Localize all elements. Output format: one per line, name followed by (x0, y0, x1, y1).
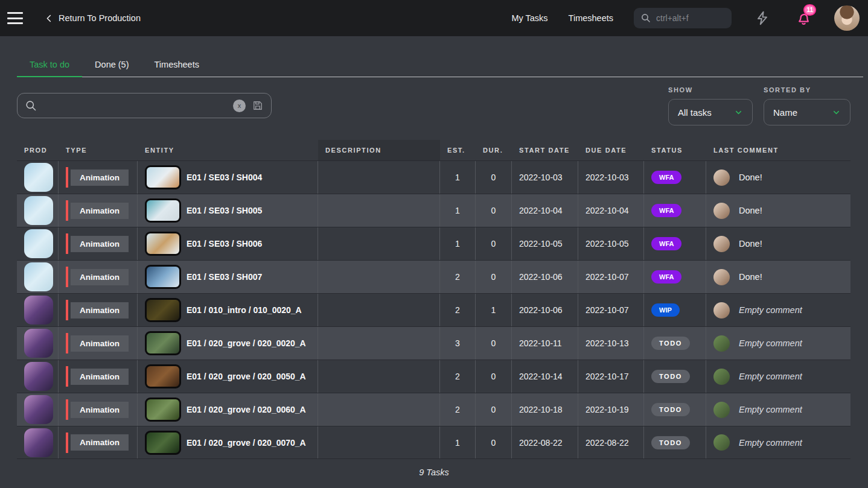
task-filter-search[interactable]: x (17, 93, 272, 118)
tab-timesheets[interactable]: Timesheets (142, 54, 212, 77)
status-badge[interactable]: TODO (651, 337, 690, 350)
commenter-avatar[interactable] (713, 369, 730, 385)
task-table-body: Animation E01 / SE03 / SH004 1 0 2022-10… (17, 160, 850, 459)
column-header-est: EST. (440, 140, 476, 160)
nav-timesheets[interactable]: Timesheets (569, 13, 613, 23)
entity-cell[interactable]: E01 / SE03 / SH005 (138, 194, 318, 227)
column-header-start-date: START DATE (512, 140, 578, 160)
production-avatar[interactable] (24, 262, 53, 291)
notification-count-badge[interactable]: 11 (803, 4, 816, 16)
table-row[interactable]: Animation E01 / 010_intro / 010_0020_A 2… (17, 293, 850, 326)
table-row[interactable]: Animation E01 / SE03 / SH004 1 0 2022-10… (17, 160, 850, 194)
shot-thumbnail[interactable] (145, 198, 181, 223)
entity-name[interactable]: E01 / SE03 / SH004 (187, 173, 262, 182)
shot-thumbnail[interactable] (145, 431, 181, 455)
status-badge[interactable]: TODO (651, 370, 690, 383)
show-select[interactable]: All tasks (668, 99, 753, 125)
global-search[interactable] (634, 8, 732, 28)
save-filter-icon[interactable] (252, 100, 264, 112)
quick-actions-button[interactable] (752, 8, 773, 28)
production-avatar[interactable] (24, 395, 53, 424)
table-row[interactable]: Animation E01 / 020_grove / 020_0070_A 1… (17, 426, 850, 459)
entity-name[interactable]: E01 / 020_grove / 020_0060_A (187, 405, 306, 414)
last-comment-cell[interactable]: Done! (706, 161, 850, 194)
tab-done[interactable]: Done (5) (82, 54, 141, 77)
shot-thumbnail[interactable] (145, 232, 181, 256)
tab-task-to-do[interactable]: Task to do (17, 54, 82, 77)
global-search-input[interactable] (656, 13, 725, 23)
production-avatar[interactable] (24, 196, 53, 225)
last-comment-text: Empty comment (739, 438, 802, 448)
commenter-avatar[interactable] (713, 434, 730, 451)
last-comment-cell[interactable]: Done! (706, 194, 850, 227)
status-badge[interactable]: WFA (651, 270, 681, 284)
nav-my-tasks[interactable]: My Tasks (511, 13, 547, 23)
entity-cell[interactable]: E01 / 010_intro / 010_0020_A (138, 294, 318, 326)
table-row[interactable]: Animation E01 / SE03 / SH006 1 0 2022-10… (17, 227, 850, 260)
entity-cell[interactable]: E01 / 020_grove / 020_0070_A (138, 426, 318, 458)
production-avatar[interactable] (24, 229, 53, 258)
user-avatar[interactable] (834, 5, 860, 31)
status-badge[interactable]: TODO (651, 436, 690, 449)
entity-name[interactable]: E01 / SE03 / SH007 (187, 272, 262, 282)
clear-filter-button[interactable]: x (233, 100, 246, 112)
entity-cell[interactable]: E01 / SE03 / SH007 (138, 261, 318, 293)
table-row[interactable]: Animation E01 / SE03 / SH005 1 0 2022-10… (17, 194, 850, 227)
entity-name[interactable]: E01 / 020_grove / 020_0070_A (187, 438, 306, 448)
table-row[interactable]: Animation E01 / 020_grove / 020_0050_A 2… (17, 360, 850, 393)
last-comment-cell[interactable]: Done! (706, 227, 850, 260)
shot-thumbnail[interactable] (145, 331, 181, 355)
shot-thumbnail[interactable] (145, 398, 181, 422)
shot-thumbnail[interactable] (145, 364, 181, 388)
last-comment-cell[interactable]: Empty comment (706, 426, 850, 458)
entity-name[interactable]: E01 / 020_grove / 020_0050_A (187, 372, 306, 381)
commenter-avatar[interactable] (713, 402, 730, 418)
shot-thumbnail[interactable] (145, 265, 181, 289)
entity-cell[interactable]: E01 / SE03 / SH006 (138, 227, 318, 260)
column-header-dur: DUR. (476, 140, 512, 160)
notifications-button[interactable]: 11 (793, 8, 814, 28)
menu-icon[interactable] (7, 12, 23, 24)
entity-name[interactable]: E01 / SE03 / SH005 (187, 206, 262, 215)
shot-thumbnail[interactable] (145, 165, 181, 189)
last-comment-cell[interactable]: Done! (706, 261, 850, 293)
commenter-avatar[interactable] (713, 302, 730, 318)
commenter-avatar[interactable] (713, 170, 730, 186)
status-badge[interactable]: WFA (651, 237, 681, 250)
entity-name[interactable]: E01 / 010_intro / 010_0020_A (187, 305, 302, 315)
entity-cell[interactable]: E01 / 020_grove / 020_0050_A (138, 360, 318, 393)
last-comment-cell[interactable]: Empty comment (706, 294, 850, 326)
sorted-by-select[interactable]: Name (764, 99, 850, 125)
entity-cell[interactable]: E01 / SE03 / SH004 (138, 161, 318, 194)
entity-cell[interactable]: E01 / 020_grove / 020_0060_A (138, 393, 318, 426)
task-filter-input[interactable] (43, 101, 227, 110)
status-badge[interactable]: WFA (651, 204, 681, 217)
table-row[interactable]: Animation E01 / 020_grove / 020_0020_A 3… (17, 326, 850, 360)
entity-name[interactable]: E01 / 020_grove / 020_0020_A (187, 338, 306, 348)
commenter-avatar[interactable] (713, 203, 730, 219)
status-badge[interactable]: WIP (651, 303, 680, 317)
last-comment-cell[interactable]: Empty comment (706, 360, 850, 393)
shot-thumbnail[interactable] (145, 298, 181, 322)
production-avatar[interactable] (24, 428, 53, 457)
production-avatar[interactable] (24, 296, 53, 325)
table-row[interactable]: Animation E01 / 020_grove / 020_0060_A 2… (17, 393, 850, 426)
entity-name[interactable]: E01 / SE03 / SH006 (187, 239, 262, 249)
last-comment-cell[interactable]: Empty comment (706, 393, 850, 426)
type-cell: Animation (59, 227, 138, 260)
commenter-avatar[interactable] (713, 335, 730, 352)
status-badge[interactable]: WFA (651, 171, 681, 184)
production-avatar[interactable] (24, 329, 53, 358)
commenter-avatar[interactable] (713, 269, 730, 285)
status-cell: WFA (644, 261, 706, 293)
production-avatar[interactable] (24, 163, 53, 192)
last-comment-text: Done! (739, 239, 762, 249)
production-avatar[interactable] (24, 362, 53, 391)
entity-cell[interactable]: E01 / 020_grove / 020_0020_A (138, 327, 318, 360)
commenter-avatar[interactable] (713, 236, 730, 252)
status-badge[interactable]: TODO (651, 403, 690, 416)
last-comment-cell[interactable]: Empty comment (706, 327, 850, 360)
table-row[interactable]: Animation E01 / SE03 / SH007 2 0 2022-10… (17, 260, 850, 293)
table-header: PRODTYPEENTITYDESCRIPTIONEST.DUR.START D… (17, 140, 850, 160)
back-to-production-link[interactable]: Return To Production (45, 13, 141, 23)
